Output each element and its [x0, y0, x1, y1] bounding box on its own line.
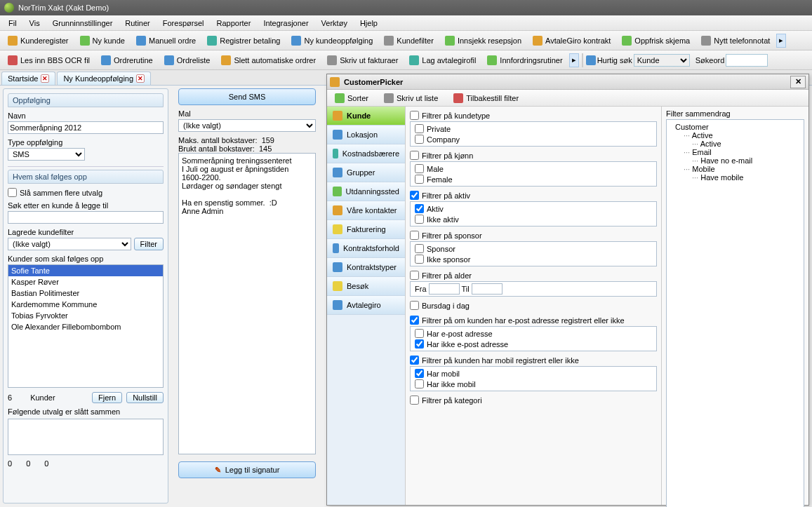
filter-head-checkbox[interactable] [410, 356, 419, 365]
age-to-input[interactable] [472, 283, 502, 295]
filter-head[interactable]: Filtrer på kunden har mobil registrert e… [410, 354, 657, 366]
toolbar-manuell-ordre[interactable]: Manuell ordre [131, 34, 201, 48]
remove-button[interactable]: Fjern [92, 392, 122, 403]
filter-option[interactable]: Aktiv [415, 203, 652, 214]
filter-head-checkbox[interactable] [410, 111, 419, 120]
toolbar-avtalegiro-kontrakt[interactable]: AvtaleGiro kontrakt [528, 34, 615, 48]
category-besøk[interactable]: Besøk [327, 277, 405, 296]
toolbar-slett-automatiske-ordrer[interactable]: Slett automatiske ordrer [216, 53, 321, 67]
menu-integrasjoner[interactable]: Integrasjoner [258, 18, 314, 29]
message-textarea[interactable]: Sommeråpning treningssenteret I Juli og … [178, 153, 316, 454]
tree-node[interactable]: Customer [670, 123, 801, 131]
filter-option[interactable]: Har e-post adresse [415, 328, 652, 339]
dialog-close-button[interactable]: ✕ [790, 76, 806, 88]
filter-option[interactable]: Har ikke e-post adresse [415, 339, 652, 349]
toolbar-kunderegister[interactable]: Kunderegister [3, 34, 74, 48]
mal-select[interactable]: (Ikke valgt) [178, 119, 316, 132]
filter-head[interactable]: Filtrer på aktiv [410, 189, 657, 201]
search-customer-input[interactable] [8, 211, 164, 224]
filter-option[interactable]: Male [415, 163, 652, 174]
tree-node[interactable]: Active [670, 131, 801, 140]
filter-option[interactable]: Private [415, 123, 652, 134]
toolbar-skriv-ut-fakturaer[interactable]: Skriv ut fakturaer [322, 53, 403, 67]
list-item[interactable]: Bastian Politimester [8, 288, 163, 299]
filter-head-checkbox[interactable] [410, 151, 419, 160]
menu-fil[interactable]: Fil [3, 18, 22, 29]
menu-grunninnstillinger[interactable]: Grunninnstillinger [47, 18, 119, 29]
toolbar-kundefilter[interactable]: Kundefilter [379, 34, 439, 48]
merged-listbox[interactable] [8, 419, 164, 455]
keyword-input[interactable] [726, 54, 768, 67]
dlg-skriv-ut-liste[interactable]: Skriv ut liste [379, 91, 443, 105]
filter-head[interactable]: Filtrer på om kunden har e-post adresse … [410, 314, 657, 326]
menu-rapporter[interactable]: Rapporter [211, 18, 256, 29]
filter-head-checkbox[interactable] [410, 271, 419, 280]
menu-verktøy[interactable]: Verktøy [316, 18, 353, 29]
tab-close-icon[interactable]: ✕ [136, 74, 145, 83]
filter-option[interactable]: Sponsor [415, 243, 652, 254]
tree-node[interactable]: Mobile [670, 165, 801, 173]
toolbar-ordreliste[interactable]: Ordreliste [159, 53, 215, 67]
filter-head-checkbox[interactable] [410, 231, 419, 240]
menu-forespørsel[interactable]: Forespørsel [157, 18, 210, 29]
dlg-tilbakestill-filter[interactable]: Tilbakestill filter [448, 91, 524, 105]
toolbar-les-inn-bbs-ocr-fil[interactable]: Les inn BBS OCR fil [3, 53, 95, 67]
add-signature-button[interactable]: ✎ Legg til signatur [178, 461, 316, 478]
list-item[interactable]: Tobias Fyrvokter [8, 310, 163, 321]
tree-node[interactable]: Have mobile [670, 173, 801, 182]
name-input[interactable] [8, 121, 164, 134]
filter-head-checkbox[interactable] [410, 396, 419, 405]
menu-hjelp[interactable]: Hjelp [354, 18, 383, 29]
menu-vis[interactable]: Vis [24, 18, 46, 29]
filter-head[interactable]: Filtrer på kategori [410, 394, 657, 406]
merge-checkbox-row[interactable]: Slå sammen flere utvalg [8, 188, 164, 197]
filter-option[interactable]: Har ikke mobil [415, 379, 652, 389]
category-kontraktstyper[interactable]: Kontraktstyper [327, 258, 405, 277]
toolbar-innfordringsrutiner[interactable]: Innfordringsrutiner [482, 53, 567, 67]
tree-node[interactable]: Have no e-mail [670, 156, 801, 165]
saved-filter-select[interactable]: (Ikke valgt) [8, 238, 131, 250]
reset-button[interactable]: Nullstill [126, 392, 164, 403]
filter-summary-tree[interactable]: CustomerActiveActiveEmailHave no e-mailM… [666, 119, 804, 507]
toolbar-innsjekk-resepsjon[interactable]: Innsjekk resepsjon [440, 34, 526, 48]
category-fakturering[interactable]: Fakturering [327, 220, 405, 239]
filter-head[interactable]: Filtrer på kjønn [410, 149, 657, 161]
list-item[interactable]: Kardemomme Kommune [8, 299, 163, 310]
filter-head-checkbox[interactable] [410, 191, 419, 200]
filter-head-checkbox[interactable] [410, 316, 419, 325]
category-kontraktsforhold[interactable]: Kontraktsforhold [327, 239, 405, 258]
toolbar-ordrerutine[interactable]: Ordrerutine [96, 53, 158, 67]
category-kunde[interactable]: Kunde [327, 107, 405, 126]
filter-head[interactable]: Filtrer på alder [410, 269, 657, 281]
toolbar-overflow[interactable]: ▸ [776, 34, 786, 48]
merge-checkbox[interactable] [8, 188, 17, 197]
filter-head[interactable]: Bursdag i dag [410, 299, 657, 311]
category-lokasjon[interactable]: Lokasjon [327, 126, 405, 144]
toolbar-lag-avtalegirofil[interactable]: Lag avtalegirofil [404, 53, 481, 67]
filter-head[interactable]: Filtrer på kundetype [410, 109, 657, 121]
list-item[interactable]: Ole Alexander Fillebombombom [8, 321, 163, 332]
filter-option[interactable]: Female [415, 174, 652, 184]
filter-option[interactable]: Ikke sponsor [415, 254, 652, 264]
tree-node[interactable]: Email [670, 148, 801, 156]
category-utdanningssted[interactable]: Utdanningssted [327, 182, 405, 201]
tree-node[interactable]: Active [670, 140, 801, 148]
toolbar-ny-kundeoppfølging[interactable]: Ny kundeoppfølging [286, 34, 378, 48]
tab-close-icon[interactable]: ✕ [41, 74, 49, 83]
filter-head-checkbox[interactable] [410, 301, 419, 310]
category-våre kontakter[interactable]: Våre kontakter [327, 201, 405, 220]
category-avtalegiro[interactable]: Avtalegiro [327, 296, 405, 315]
filter-button[interactable]: Filter [134, 238, 164, 250]
toolbar-ny-kunde[interactable]: Ny kunde [75, 34, 130, 48]
category-grupper[interactable]: Grupper [327, 163, 405, 182]
dlg-sorter[interactable]: Sorter [330, 91, 373, 105]
tab-ny-kundeoppfølging[interactable]: Ny Kundeoppfølging✕ [57, 72, 151, 85]
list-item[interactable]: Kasper Røver [8, 276, 163, 288]
filter-option[interactable]: Company [415, 134, 652, 144]
type-select[interactable]: SMS [8, 148, 85, 161]
filter-option[interactable]: Ikke aktiv [415, 214, 652, 224]
toolbar-registrer-betaling[interactable]: Registrer betaling [202, 34, 285, 48]
customer-listbox[interactable]: Sofie TanteKasper RøverBastian Politimes… [8, 264, 164, 388]
send-sms-button[interactable]: Send SMS [178, 88, 316, 105]
quicksearch-select[interactable]: Kunde [634, 54, 690, 67]
